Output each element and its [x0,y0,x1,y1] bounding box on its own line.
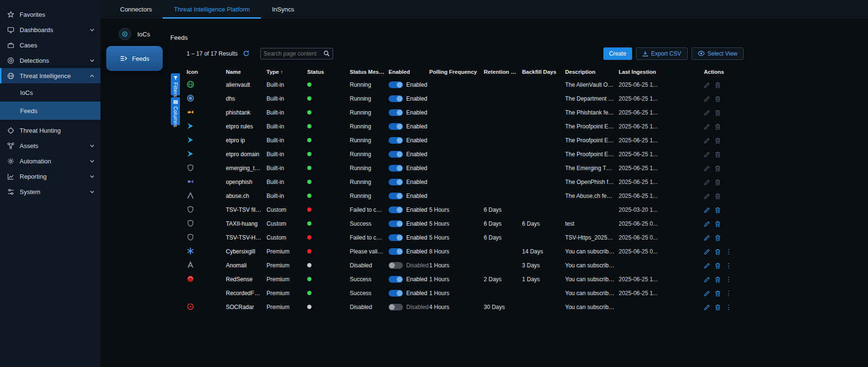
top-tab-bar: ConnectorsThreat Intelligence PlatformIn… [100,0,868,19]
subnav-item-iocs[interactable]: IoCs [119,28,150,40]
sidebar-item-automation[interactable]: Automation [0,153,100,169]
edit-icon[interactable] [704,138,710,144]
sidebar-item-system[interactable]: System [0,184,100,199]
edit-icon[interactable] [704,276,710,283]
column-header-backfill-days[interactable]: Backfill Days [522,69,565,75]
column-header-name[interactable]: Name [226,69,267,75]
sidebar-item-dashboards[interactable]: Dashboards [0,22,100,37]
trash-icon[interactable] [715,96,721,102]
column-header-status[interactable]: Status [307,69,350,75]
kebab-menu-icon[interactable]: ⋮ [725,248,732,255]
tab-threat-intelligence-platform[interactable]: Threat Intelligence Platform [163,0,261,19]
select-view-button[interactable]: Select View [691,47,744,60]
column-header-polling-frequency[interactable]: Polling Frequency [429,69,484,75]
edit-icon[interactable] [704,124,710,130]
enabled-toggle[interactable] [389,220,403,227]
trash-icon[interactable] [715,276,721,283]
enabled-toggle[interactable] [389,137,403,144]
trash-icon[interactable] [715,165,721,172]
enabled-toggle[interactable] [389,165,403,172]
edit-icon[interactable] [704,179,710,185]
search-input[interactable] [264,50,322,57]
feed-description: The Proofpoint Eme... [565,123,619,130]
enabled-toggle[interactable] [389,234,403,241]
trash-icon[interactable] [715,235,721,241]
trash-icon[interactable] [715,221,721,227]
columns-tab[interactable]: Columns [171,97,180,125]
trash-icon[interactable] [715,249,721,255]
edit-icon[interactable] [704,165,710,172]
feed-type: Built-in [267,179,307,185]
trash-icon[interactable] [715,207,721,213]
column-header-type[interactable]: Type↑ [267,69,307,75]
trash-icon[interactable] [715,290,721,297]
enabled-toggle[interactable] [389,151,403,158]
feed-row-phishtank: phishtankBuilt-inRunningEnabledThe Phish… [183,106,745,120]
edit-icon[interactable] [704,263,710,269]
sidebar-item-assets[interactable]: Assets [0,138,100,153]
trash-icon[interactable] [715,304,721,310]
trash-icon[interactable] [715,193,721,199]
kebab-menu-icon[interactable]: ⋮ [725,290,732,297]
edit-icon[interactable] [704,249,710,255]
row-actions: ⋮ [704,290,738,297]
enabled-toggle[interactable] [389,109,403,116]
column-header-description[interactable]: Description [565,69,619,75]
kebab-menu-icon[interactable]: ⋮ [725,304,732,310]
edit-icon[interactable] [704,207,710,213]
enabled-toggle[interactable] [389,81,403,88]
trash-icon[interactable] [715,82,721,88]
trash-icon[interactable] [715,151,721,158]
edit-icon[interactable] [704,235,710,241]
trash-icon[interactable] [715,138,721,144]
edit-icon[interactable] [704,82,710,88]
sidebar-item-label: Automation [20,158,51,165]
sidebar-subitem-feeds[interactable]: Feeds [0,102,100,120]
column-header-retention-period[interactable]: Retention Period [484,69,522,75]
enabled-toggle[interactable] [389,206,403,213]
edit-icon[interactable] [704,290,710,297]
tab-insyncs[interactable]: InSyncs [261,0,305,19]
create-button[interactable]: Create [603,47,632,60]
enabled-toggle[interactable] [389,248,403,255]
edit-icon[interactable] [704,221,710,227]
column-header-last-ingestion[interactable]: Last Ingestion [619,69,704,75]
dhs-feed-icon [187,94,194,102]
enabled-toggle[interactable] [389,276,403,283]
column-header-enabled[interactable]: Enabled [389,69,429,75]
subnav-item-feeds[interactable]: Feeds [106,46,163,71]
sidebar-item-detections[interactable]: Detections [0,53,100,68]
tab-connectors[interactable]: Connectors [109,0,163,19]
sidebar-item-favorites[interactable]: Favorites [0,7,100,22]
edit-icon[interactable] [704,110,710,116]
filters-tab[interactable]: Filters [171,73,180,95]
feed-type: Custom [267,206,307,213]
enabled-toggle[interactable] [389,290,403,297]
feed-name: SOCRadar [226,304,267,310]
enabled-toggle[interactable] [389,304,403,310]
trash-icon[interactable] [715,110,721,116]
edit-icon[interactable] [704,151,710,158]
sidebar-item-label: System [20,188,40,195]
trash-icon[interactable] [715,179,721,185]
trash-icon[interactable] [715,263,721,269]
trash-icon[interactable] [715,124,721,130]
sidebar-item-reporting[interactable]: Reporting [0,169,100,184]
enabled-toggle[interactable] [389,193,403,199]
enabled-toggle[interactable] [389,262,403,269]
enabled-toggle[interactable] [389,123,403,130]
edit-icon[interactable] [704,193,710,199]
sidebar-item-cases[interactable]: Cases [0,37,100,53]
edit-icon[interactable] [704,96,710,102]
edit-icon[interactable] [704,304,710,310]
export-csv-button[interactable]: Export CSV [636,47,688,60]
sidebar-item-threat-intelligence[interactable]: Threat Intelligence [0,68,100,83]
enabled-toggle[interactable] [389,179,403,185]
refresh-button[interactable] [243,50,250,57]
kebab-menu-icon[interactable]: ⋮ [725,276,732,283]
column-header-status-message[interactable]: Status Message [350,69,389,75]
kebab-menu-icon[interactable]: ⋮ [725,262,732,269]
sidebar-subitem-iocs[interactable]: IoCs [0,83,100,102]
enabled-toggle[interactable] [389,95,403,102]
sidebar-item-threat-hunting[interactable]: Threat Hunting [0,123,100,138]
